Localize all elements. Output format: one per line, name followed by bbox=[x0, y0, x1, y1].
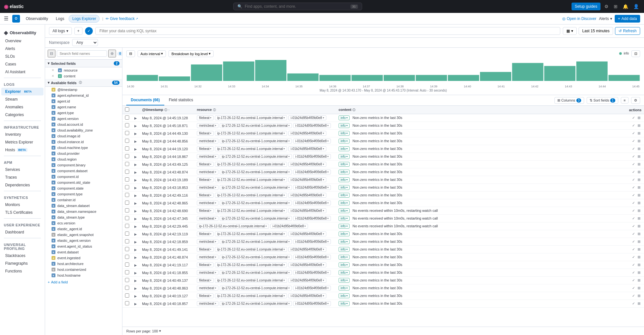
content-info-icon[interactable]: ⓘ bbox=[352, 108, 355, 112]
columns-button[interactable]: ⊞ Columns 3 bbox=[554, 97, 584, 104]
host-chip[interactable]: ip-172-26-12-52.eu-central-1.compute.int… bbox=[215, 232, 287, 236]
th-content[interactable]: content ⓘ bbox=[336, 106, 625, 114]
row-checkbox[interactable] bbox=[125, 193, 129, 197]
instance-chip[interactable]: i-01b24d95b4f09d0e8▾ bbox=[293, 301, 331, 306]
host-chip[interactable]: ip-172-26-12-52.eu-central-1.compute.int… bbox=[220, 301, 292, 306]
auto-interval-button[interactable]: Auto interval ▾ bbox=[138, 50, 166, 57]
row-pin-button[interactable]: ✓ bbox=[631, 139, 636, 143]
row-pin-button[interactable]: ✓ bbox=[631, 247, 636, 252]
filter-active-button[interactable]: ✓ bbox=[85, 27, 93, 35]
log-level-badge[interactable]: info▾ bbox=[339, 154, 350, 159]
available-field-cloud-region[interactable]: kcloud.region bbox=[45, 156, 122, 162]
row-pin-button[interactable]: ✓ bbox=[631, 131, 636, 136]
instance-chip[interactable]: i-01b24d95b4f09d0e8▾ bbox=[288, 193, 326, 198]
row-pin-button[interactable]: ✓ bbox=[631, 270, 636, 275]
available-field-cloud-provider[interactable]: kcloud.provider bbox=[45, 151, 122, 156]
add-field-link[interactable]: + Add a field bbox=[45, 278, 122, 286]
agent-chip[interactable]: metricbeat▾ bbox=[197, 185, 218, 190]
expand-row-icon[interactable]: ▶ bbox=[134, 132, 137, 135]
row-pin-button[interactable]: ✓ bbox=[631, 255, 636, 260]
agent-chip[interactable]: metricbeat▾ bbox=[197, 216, 218, 221]
row-pin-button[interactable]: ✓ bbox=[631, 293, 636, 298]
sidebar-item-anomalies[interactable]: Anomalies bbox=[1, 103, 43, 111]
agent-chip[interactable]: filebeat▾ bbox=[197, 278, 214, 283]
row-pin-button[interactable]: ✓ bbox=[631, 224, 636, 229]
instance-chip[interactable]: i-01b24d95b4f09d0e8▾ bbox=[288, 262, 326, 267]
expand-row-icon[interactable]: ▶ bbox=[134, 186, 137, 190]
expand-row-icon[interactable]: ▶ bbox=[134, 209, 137, 213]
agent-chip[interactable]: filebeat▾ bbox=[197, 177, 214, 182]
row-expand-button[interactable]: ⊞ bbox=[637, 123, 641, 128]
nav-tab-observability[interactable]: Observability bbox=[23, 15, 51, 22]
log-level-badge[interactable]: info▾ bbox=[339, 255, 350, 260]
agent-chip[interactable]: filebeat▾ bbox=[197, 262, 214, 267]
timestamp-info-icon[interactable]: ⓘ bbox=[164, 108, 167, 112]
expand-row-icon[interactable]: ▶ bbox=[134, 256, 137, 259]
log-level-badge[interactable]: info▾ bbox=[339, 139, 350, 143]
row-pin-button[interactable]: ✓ bbox=[631, 278, 636, 283]
available-field-agent-name[interactable]: kagent.name bbox=[45, 104, 122, 110]
agent-chip[interactable]: metricbeat▾ bbox=[197, 301, 218, 306]
host-chip[interactable]: ip-172-26-12-52.eu-central-1.compute.int… bbox=[220, 270, 292, 275]
row-checkbox[interactable] bbox=[125, 278, 129, 282]
available-field--timestamp[interactable]: d@timestamp bbox=[45, 87, 122, 93]
host-chip[interactable]: ip-172-26-12-52.eu-central-1.compute.int… bbox=[220, 286, 292, 291]
instance-chip[interactable]: i-01b24d95b4f09d0e8▾ bbox=[293, 201, 331, 205]
sidebar-item-services[interactable]: Services bbox=[1, 166, 43, 173]
time-range-value-button[interactable]: Last 15 minutes bbox=[579, 27, 613, 35]
expand-row-icon[interactable]: ▶ bbox=[134, 171, 137, 174]
tab-field-stats[interactable]: Field statistics bbox=[164, 95, 197, 105]
row-checkbox[interactable] bbox=[125, 255, 129, 259]
sidebar-item-slos[interactable]: SLOs bbox=[1, 53, 43, 60]
sidebar-item-alerts[interactable]: Alerts bbox=[1, 45, 43, 53]
host-chip[interactable]: ip-172-26-12-52.eu-central-1.compute.int… bbox=[215, 193, 287, 198]
host-chip[interactable]: ip-172-26-12-52.eu-central-1.compute.int… bbox=[215, 247, 287, 252]
row-pin-button[interactable]: ✓ bbox=[631, 170, 636, 174]
available-field-event-dataset[interactable]: kevent.dataset bbox=[45, 249, 122, 255]
log-level-badge[interactable]: info▾ bbox=[339, 278, 350, 283]
selected-fields-header[interactable]: ▾ Selected fields 2 bbox=[45, 60, 122, 67]
instance-chip[interactable]: i-01b24d95b4f09d0e8▾ bbox=[293, 139, 331, 143]
open-in-discover-button[interactable]: ◎ Open in Discover bbox=[562, 16, 596, 21]
row-expand-button[interactable]: ⊞ bbox=[637, 247, 641, 252]
expand-row-icon[interactable]: ▶ bbox=[134, 240, 137, 244]
refresh-button[interactable]: ↺ Refresh bbox=[615, 27, 640, 35]
host-chip[interactable]: ip-172-26-12-52.eu-central-1.compute.int… bbox=[220, 216, 292, 221]
available-field-cloud-availability-zone[interactable]: kcloud.availability_zone bbox=[45, 127, 122, 133]
available-field-event-ingested[interactable]: devent.ingested bbox=[45, 255, 122, 261]
instance-chip[interactable]: i-01b24d95b4f09d0e8▾ bbox=[270, 224, 308, 229]
chevron-down-icon[interactable]: ▾ bbox=[159, 329, 161, 333]
agent-chip[interactable]: filebeat▾ bbox=[197, 162, 214, 167]
agent-chip[interactable]: filebeat▾ bbox=[197, 293, 214, 298]
instance-chip[interactable]: i-01b24d95b4f09d0e8▾ bbox=[288, 131, 326, 136]
agent-chip[interactable]: filebeat▾ bbox=[197, 208, 214, 213]
available-field-host-containerized[interactable]: bhost.containerized bbox=[45, 267, 122, 272]
expand-row-icon[interactable]: ▶ bbox=[134, 147, 137, 151]
log-level-badge[interactable]: info▾ bbox=[339, 262, 350, 267]
row-expand-button[interactable]: ⊞ bbox=[637, 293, 641, 298]
select-all-checkbox[interactable] bbox=[125, 107, 129, 112]
instance-chip[interactable]: i-01b24d95b4f09d0e8▾ bbox=[288, 162, 326, 167]
available-field-elastic-agent-version[interactable]: kelastic_agent.version bbox=[45, 238, 122, 243]
sidebar-item-stream[interactable]: Stream bbox=[1, 95, 43, 103]
row-expand-button[interactable]: ⊞ bbox=[637, 208, 641, 213]
instance-chip[interactable]: i-01b24d95b4f09d0e8▾ bbox=[288, 278, 326, 283]
row-pin-button[interactable]: ✓ bbox=[631, 193, 636, 198]
host-chip[interactable]: ip-172-26-12-52.eu-central-1.compute.int… bbox=[220, 255, 292, 260]
expand-row-icon[interactable]: ▶ bbox=[134, 155, 137, 159]
row-pin-button[interactable]: ✓ bbox=[631, 201, 636, 205]
share-icon[interactable]: ⚙ bbox=[603, 3, 610, 10]
expand-row-icon[interactable]: ▶ bbox=[134, 302, 137, 306]
expand-row-icon[interactable]: ▶ bbox=[134, 279, 137, 282]
instance-chip[interactable]: i-01b24d95b4f09d0e8▾ bbox=[293, 216, 331, 221]
sidebar-item-traces[interactable]: Traces bbox=[1, 173, 43, 181]
host-chip[interactable]: ip-172-26-12-52.eu-central-1.compute.int… bbox=[215, 115, 287, 120]
log-level-badge[interactable]: info▾ bbox=[339, 216, 350, 221]
instance-chip[interactable]: i-01b24d95b4f09d0e8▾ bbox=[288, 232, 326, 236]
row-pin-button[interactable]: ✓ bbox=[631, 262, 636, 267]
agent-chip[interactable]: metricbeat▾ bbox=[197, 170, 218, 174]
expand-row-icon[interactable]: ▶ bbox=[134, 271, 137, 275]
time-range-button[interactable]: ▦ ▾ bbox=[563, 27, 577, 35]
expand-row-icon[interactable]: ▶ bbox=[134, 116, 137, 120]
instance-chip[interactable]: i-01b24d95b4f09d0e8▾ bbox=[293, 286, 331, 291]
